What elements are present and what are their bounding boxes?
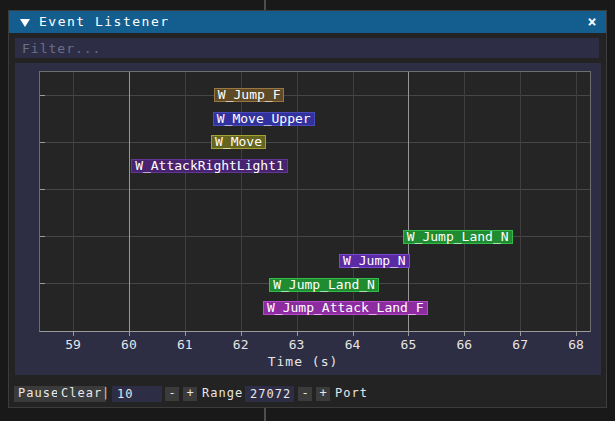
x-tick-label: 61 [170,337,200,352]
vertical-gridline [185,72,186,331]
event-marker: W_Jump_Land_N [269,278,379,292]
event-marker: W_Move_Upper [213,112,315,126]
x-axis-tick [520,332,521,336]
background: Event Listener × W_Jump_FW_Move_UpperW_M… [0,0,615,421]
port-input[interactable] [245,386,294,402]
window-title: Event Listener [39,11,170,33]
vertical-gridline [353,72,354,331]
x-tick-label: 68 [561,337,591,352]
event-marker: W_Jump_F [214,88,285,102]
x-tick-label: 67 [505,337,535,352]
event-marker: W_Jump_N [339,254,410,268]
toolbar-separator: | [102,386,109,402]
range-input[interactable] [112,386,162,402]
x-axis-tick [576,332,577,336]
triangle-down-icon [20,19,30,27]
x-tick-label: 60 [114,337,144,352]
x-axis-tick [353,332,354,336]
close-icon[interactable]: × [583,13,601,31]
x-tick-label: 62 [226,337,256,352]
plot-area[interactable]: W_Jump_FW_Move_UpperW_MoveW_AttackRightL… [39,71,591,332]
event-marker: W_Jump_Land_N [403,230,513,244]
clear-button[interactable]: Clear [57,386,106,402]
x-axis-tick [297,332,298,336]
y-axis-tick [40,95,45,96]
y-axis-tick [40,236,45,237]
horizontal-gridline [40,142,590,143]
vertical-gridline [464,72,465,331]
y-axis-tick [40,189,45,190]
x-axis-tick [408,332,409,336]
vertical-gridline [73,72,74,331]
chart-panel: W_Jump_FW_Move_UpperW_MoveW_AttackRightL… [15,63,601,375]
port-increment-button[interactable]: + [316,387,330,401]
event-marker: W_AttackRightLight1 [131,159,288,173]
event-marker: W_Jump_Attack_Land_F [263,301,428,315]
filter-input[interactable] [15,38,599,58]
event-listener-window: Event Listener × W_Jump_FW_Move_UpperW_M… [8,10,607,408]
x-axis-tick [73,332,74,336]
x-tick-label: 64 [338,337,368,352]
horizontal-gridline [40,189,590,190]
x-axis-title: Time (s) [243,354,363,369]
vertical-gridline [576,72,577,331]
x-tick-label: 66 [449,337,479,352]
range-label: Range [202,386,243,402]
x-axis-tick [241,332,242,336]
vertical-gridline [520,72,521,331]
titlebar: Event Listener × [9,11,606,33]
y-axis-tick [40,142,45,143]
event-marker: W_Move [211,135,266,149]
collapse-button[interactable] [17,11,35,33]
x-tick-label: 65 [393,337,423,352]
x-tick-label: 59 [58,337,88,352]
horizontal-gridline [40,95,590,96]
y-axis-tick [40,283,45,284]
range-increment-button[interactable]: + [183,387,197,401]
x-axis-tick [129,332,130,336]
vertical-gridline [129,72,130,331]
port-label: Port [335,386,368,402]
x-axis-tick [464,332,465,336]
x-tick-label: 63 [282,337,312,352]
range-decrement-button[interactable]: - [165,387,179,401]
x-axis-tick [185,332,186,336]
port-decrement-button[interactable]: - [298,387,312,401]
pause-button[interactable]: Pause [14,386,63,402]
vertical-gridline [408,72,409,331]
